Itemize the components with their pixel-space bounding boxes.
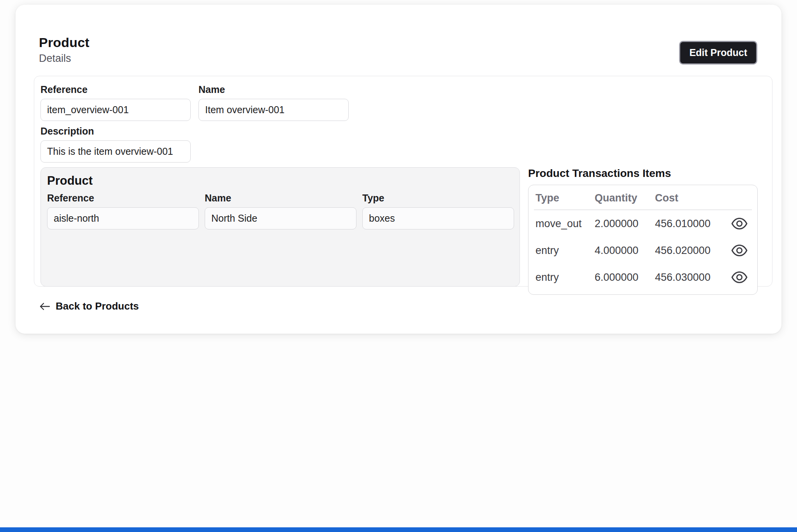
page-subtitle: Details bbox=[39, 52, 90, 65]
product-name-field-group: Name bbox=[205, 192, 356, 229]
page-header: Product Details bbox=[39, 35, 90, 65]
cell-quantity: 4.000000 bbox=[595, 245, 655, 257]
table-row: move_out 2.000000 456.010000 bbox=[534, 210, 752, 237]
cell-quantity: 2.000000 bbox=[595, 218, 655, 230]
product-reference-label: Reference bbox=[47, 192, 199, 204]
table-row: entry 6.000000 456.030000 bbox=[534, 264, 752, 290]
reference-input[interactable] bbox=[40, 99, 191, 121]
cell-cost: 456.020000 bbox=[655, 245, 731, 257]
column-header-quantity: Quantity bbox=[595, 192, 655, 204]
back-link-label: Back to Products bbox=[56, 300, 139, 312]
bottom-accent-bar bbox=[0, 527, 797, 532]
cell-type: entry bbox=[535, 245, 595, 257]
product-form-panel: Reference Name Description Product R bbox=[34, 76, 772, 287]
form-row-top: Reference Name bbox=[40, 84, 766, 126]
table-row: entry 4.000000 456.020000 bbox=[534, 237, 752, 264]
back-to-products-link[interactable]: Back to Products bbox=[39, 300, 139, 312]
eye-icon bbox=[731, 217, 748, 231]
column-header-cost: Cost bbox=[655, 192, 731, 204]
nested-product-card: Product Reference Name Type bbox=[40, 167, 520, 287]
cell-quantity: 6.000000 bbox=[595, 271, 655, 284]
product-reference-input[interactable] bbox=[47, 207, 199, 229]
form-row-bottom: Product Reference Name Type bbox=[40, 167, 766, 295]
product-type-input[interactable] bbox=[362, 207, 514, 229]
eye-icon bbox=[731, 243, 748, 257]
reference-label: Reference bbox=[40, 84, 191, 95]
reference-field-group: Reference bbox=[40, 84, 191, 121]
cell-cost: 456.030000 bbox=[655, 271, 731, 284]
nested-product-title: Product bbox=[47, 174, 513, 188]
cell-type: entry bbox=[535, 271, 595, 284]
description-label: Description bbox=[40, 126, 766, 137]
nested-product-fields: Reference Name Type bbox=[47, 192, 513, 229]
product-details-card: Product Details Edit Product Reference N… bbox=[16, 5, 781, 334]
view-transaction-button[interactable] bbox=[731, 270, 748, 284]
description-input[interactable] bbox=[40, 140, 191, 163]
transactions-header-row: Type Quantity Cost bbox=[534, 191, 752, 210]
product-name-label: Name bbox=[205, 192, 356, 204]
product-reference-field-group: Reference bbox=[47, 192, 199, 229]
cell-type: move_out bbox=[535, 218, 595, 230]
name-input[interactable] bbox=[198, 99, 349, 121]
view-transaction-button[interactable] bbox=[731, 243, 748, 257]
eye-icon bbox=[731, 270, 748, 284]
cell-cost: 456.010000 bbox=[655, 218, 731, 230]
description-field-group: Description bbox=[40, 126, 766, 163]
product-type-field-group: Type bbox=[362, 192, 514, 229]
product-name-input[interactable] bbox=[205, 207, 356, 229]
page: Product Details Edit Product Reference N… bbox=[0, 0, 797, 532]
product-type-label: Type bbox=[362, 192, 514, 204]
view-transaction-button[interactable] bbox=[731, 217, 748, 231]
transactions-section: Product Transactions Items Type Quantity… bbox=[528, 167, 766, 295]
transactions-table: Type Quantity Cost move_out 2.000000 456… bbox=[528, 185, 758, 295]
page-title: Product bbox=[39, 35, 90, 50]
transactions-title: Product Transactions Items bbox=[528, 167, 766, 180]
edit-product-button[interactable]: Edit Product bbox=[679, 41, 757, 65]
arrow-left-icon bbox=[39, 302, 51, 311]
name-field-group: Name bbox=[198, 84, 349, 121]
name-label: Name bbox=[198, 84, 349, 95]
column-header-type: Type bbox=[535, 192, 595, 204]
